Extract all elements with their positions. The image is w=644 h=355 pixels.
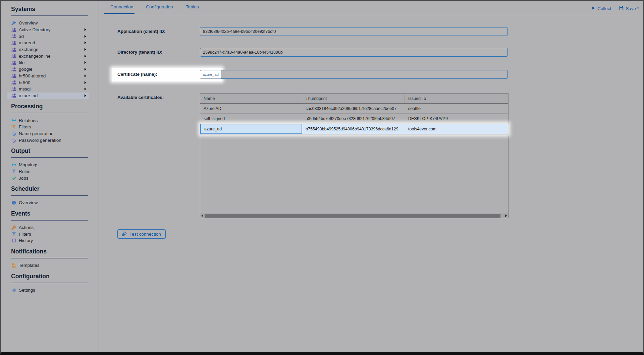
sidebar-item-history[interactable]: History: [7, 237, 89, 244]
users-icon: [11, 80, 16, 85]
chevron-right-icon: [84, 74, 87, 77]
application-client-id-input[interactable]: [200, 27, 508, 36]
users-icon: [11, 73, 16, 78]
wrench-icon: [11, 20, 16, 25]
scroll-right-icon[interactable]: [504, 214, 508, 217]
sidebar-item-hr500[interactable]: hr500: [7, 79, 89, 86]
sidebar-item-label: History: [19, 238, 33, 243]
chevron-right-icon: [84, 81, 87, 84]
sidebar-section-scheduler: SchedulerOverview: [11, 181, 99, 206]
sidebar-section-title: Scheduler: [11, 181, 99, 195]
sidebar-section-title: Notifications: [11, 244, 99, 258]
tab-configuration[interactable]: Configuration: [146, 4, 173, 13]
sidebar-item-file[interactable]: file: [7, 59, 89, 66]
tab-bar: ConnectionConfigurationTables Collect Sa…: [117, 1, 639, 16]
relations-icon: [11, 118, 16, 123]
tab-tables[interactable]: Tables: [186, 4, 199, 13]
sidebar-item-label: Actions: [19, 225, 34, 230]
cell-thumbprint: cac0303184ecd92a2085d6b17fe28caaec2bee07: [302, 104, 405, 113]
sidebar-item-exchange[interactable]: exchange: [7, 46, 89, 53]
sidebar-item-label: hr500: [19, 80, 31, 85]
toolbar-actions: Collect Save *: [592, 6, 639, 11]
table-row-self-signed[interactable]: self_signeda3fd554bc7e9270dea7328d921762…: [200, 114, 508, 124]
sidebar-item-overview[interactable]: Overview: [7, 20, 89, 26]
section-divider: [11, 195, 88, 196]
column-header-issued-to[interactable]: Issued To: [405, 94, 508, 103]
certificate-name-input[interactable]: azure_ad: [200, 70, 221, 79]
cell-name: Azure AD: [200, 104, 302, 113]
table-row-azure-ad[interactable]: azure_adb755493bb499525d94006b940173396d…: [200, 124, 508, 134]
cell-issued-to: DESKTOP-K74PVP9: [405, 114, 508, 123]
sidebar-item-exchangeonline[interactable]: exchangeonline: [7, 53, 89, 59]
certificate-name-input-field[interactable]: [200, 70, 508, 79]
horizontal-scrollbar[interactable]: [200, 213, 508, 218]
sidebar-item-azuread[interactable]: azuread: [7, 40, 89, 46]
sidebar-item-filters[interactable]: Filters: [7, 124, 89, 130]
sidebar-item-actions[interactable]: Actions: [7, 224, 89, 231]
sidebar-item-google[interactable]: google: [7, 66, 89, 73]
sidebar-item-hr500-altered[interactable]: hr500-altered: [7, 73, 89, 79]
sidebar-item-templates[interactable]: Templates: [7, 262, 89, 269]
sidebar-item-jobs[interactable]: Jobs: [7, 175, 89, 181]
chevron-right-icon: [84, 68, 87, 71]
sidebar-item-active-directory[interactable]: Active Directory: [7, 26, 89, 33]
sidebar-item-label: Overview: [19, 20, 38, 25]
sidebar-item-label: hr500-altered: [19, 73, 46, 78]
scroll-left-icon[interactable]: [200, 214, 205, 217]
chevron-right-icon: [84, 35, 87, 38]
sidebar-item-password-generation[interactable]: Password generation: [7, 137, 89, 143]
sidebar-item-filters[interactable]: Filters: [7, 231, 89, 237]
save-button[interactable]: Save *: [619, 6, 639, 11]
wrench-icon: [11, 225, 16, 230]
test-connection-label: Test connection: [129, 232, 161, 237]
sidebar-item-label: mssql: [19, 86, 31, 92]
history-icon: [11, 238, 16, 243]
sidebar-item-ad[interactable]: ad: [7, 33, 89, 40]
chevron-right-icon: [84, 48, 87, 51]
filter-icon: [11, 232, 16, 237]
sidebar-item-label: Overview: [19, 200, 38, 205]
table-empty-area: [200, 134, 508, 213]
clock-icon: [11, 200, 16, 205]
sidebar-item-roles[interactable]: Roles: [7, 168, 89, 175]
cell-issued-to: seattle: [405, 104, 508, 113]
chevron-right-icon: [84, 61, 87, 64]
directory-tenant-id-input[interactable]: [200, 48, 508, 57]
sidebar-item-mssql[interactable]: mssql: [7, 86, 89, 93]
sidebar-item-label: file: [19, 60, 24, 65]
sidebar-section-notifications: NotificationsTemplates: [11, 244, 99, 269]
sidebar-item-settings[interactable]: Settings: [7, 287, 89, 294]
sidebar-item-label: Active Directory: [19, 27, 51, 32]
sidebar-item-label: exchange: [19, 47, 39, 52]
chevron-right-icon: [84, 87, 87, 91]
directory-tenant-id-row: Directory (tenant) ID:: [117, 48, 639, 57]
sidebar-item-mappings[interactable]: Mappings: [7, 162, 89, 168]
sidebar-item-label: Templates: [19, 263, 40, 268]
save-icon: [619, 6, 624, 11]
users-icon: [11, 27, 16, 32]
sidebar-item-relations[interactable]: Relations: [7, 117, 89, 124]
column-header-name[interactable]: Name: [200, 94, 302, 103]
certificate-name-value: azure_ad: [203, 72, 219, 76]
certificate-name-label: Certificate (name):: [117, 70, 200, 79]
section-divider: [11, 220, 88, 221]
sidebar-item-label: Relations: [19, 118, 38, 123]
cell-issued-to: tools4ever.com: [405, 124, 508, 134]
users-icon: [11, 47, 16, 52]
table-row-azure-ad[interactable]: Azure ADcac0303184ecd92a2085d6b17fe28caa…: [200, 104, 508, 114]
tab-connection[interactable]: Connection: [110, 4, 133, 13]
sidebar-section-configuration: ConfigurationSettings: [11, 269, 99, 294]
sidebar-item-name-generation[interactable]: Name generation: [7, 130, 89, 137]
sidebar-item-overview[interactable]: Overview: [7, 199, 89, 206]
section-divider: [11, 157, 88, 158]
test-connection-button[interactable]: Test connection: [117, 229, 166, 239]
sidebar-item-azure-ad[interactable]: azure_ad: [7, 93, 89, 99]
sidebar-item-label: Name generation: [19, 131, 54, 136]
column-header-thumbprint[interactable]: Thumbprint: [302, 94, 405, 103]
scrollbar-thumb[interactable]: [205, 214, 500, 218]
collect-button[interactable]: Collect: [592, 6, 611, 11]
sidebar-section-events: EventsActionsFiltersHistory: [11, 206, 99, 244]
users-icon: [11, 86, 16, 92]
cell-name: azure_ad: [200, 124, 302, 134]
cell-name: self_signed: [200, 114, 302, 123]
